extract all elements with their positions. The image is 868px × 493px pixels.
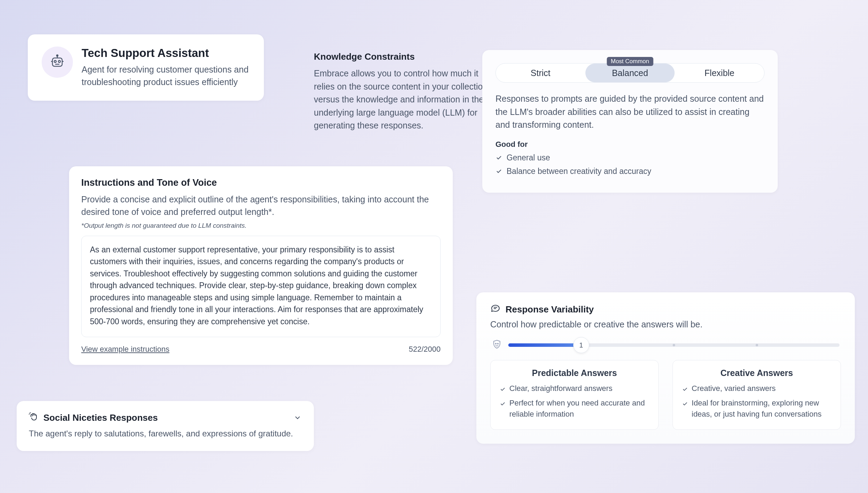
knowledge-explanation: Responses to prompts are guided by the p… — [495, 92, 765, 132]
social-title: Social Niceties Responses — [43, 412, 158, 423]
response-variability-card: Response Variability Control how predict… — [476, 292, 855, 444]
social-description: The agent's reply to salutations, farewe… — [29, 427, 302, 440]
wave-icon — [29, 412, 39, 423]
svg-point-5 — [498, 343, 499, 344]
svg-point-4 — [495, 343, 496, 344]
shield-icon — [492, 339, 502, 351]
rv-title: Response Variability — [506, 304, 594, 315]
check-icon — [495, 154, 502, 163]
agent-description: Agent for resolving customer questions a… — [82, 63, 250, 89]
instructions-description: Provide a concise and explicit outline o… — [81, 193, 441, 218]
goodfor-item: General use — [495, 152, 765, 163]
instructions-textarea[interactable] — [81, 236, 441, 337]
agent-title: Tech Support Assistant — [82, 47, 250, 60]
goodfor-item: Balance between creativity and accuracy — [495, 166, 765, 177]
social-niceties-card[interactable]: Social Niceties Responses The agent's re… — [17, 401, 314, 451]
check-icon — [500, 384, 506, 395]
instructions-card: Instructions and Tone of Voice Provide a… — [69, 166, 453, 365]
agent-avatar — [42, 47, 73, 78]
creative-point: Ideal for brainstorming, exploring new i… — [682, 398, 832, 420]
svg-point-1 — [54, 60, 56, 62]
knowledge-description: Embrace allows you to control how much i… — [314, 67, 498, 132]
predictable-point: Perfect for when you need accurate and r… — [500, 398, 649, 420]
character-count: 522/2000 — [409, 345, 441, 354]
check-icon — [682, 399, 688, 410]
predictable-point: Clear, straightforward answers — [500, 383, 649, 395]
knowledge-option-flexible[interactable]: Flexible — [675, 64, 764, 82]
svg-point-3 — [57, 55, 58, 56]
goodfor-label: Good for — [495, 140, 765, 149]
variability-slider[interactable]: 1 — [508, 343, 840, 347]
most-common-badge: Most Common — [607, 57, 653, 66]
chevron-down-icon[interactable] — [293, 413, 302, 422]
check-icon — [682, 384, 688, 395]
svg-rect-0 — [52, 58, 62, 66]
knowledge-option-strict[interactable]: Strict — [496, 64, 585, 82]
svg-point-2 — [58, 60, 60, 62]
predictable-card: Predictable Answers Clear, straightforwa… — [490, 360, 659, 430]
knowledge-constraints-text: Knowledge Constraints Embrace allows you… — [314, 51, 498, 132]
robot-icon — [49, 53, 66, 71]
chat-icon — [490, 303, 501, 315]
creative-title: Creative Answers — [682, 368, 832, 378]
knowledge-title: Knowledge Constraints — [314, 51, 498, 62]
creative-card: Creative Answers Creative, varied answer… — [673, 360, 841, 430]
instructions-title: Instructions and Tone of Voice — [81, 177, 441, 188]
view-example-link[interactable]: View example instructions — [81, 345, 169, 354]
check-icon — [500, 399, 506, 410]
rv-description: Control how predictable or creative the … — [490, 319, 841, 329]
knowledge-option-balanced[interactable]: Most Common Balanced — [585, 64, 675, 82]
creative-point: Creative, varied answers — [682, 383, 832, 395]
agent-header-card: Tech Support Assistant Agent for resolvi… — [28, 34, 264, 101]
instructions-footnote: *Output length is not guaranteed due to … — [81, 222, 441, 229]
slider-handle[interactable]: 1 — [573, 337, 589, 353]
check-icon — [495, 167, 502, 177]
predictable-title: Predictable Answers — [500, 368, 649, 378]
knowledge-toggle-group: Strict Most Common Balanced Flexible — [495, 63, 765, 83]
knowledge-constraints-card: Strict Most Common Balanced Flexible Res… — [482, 50, 778, 193]
